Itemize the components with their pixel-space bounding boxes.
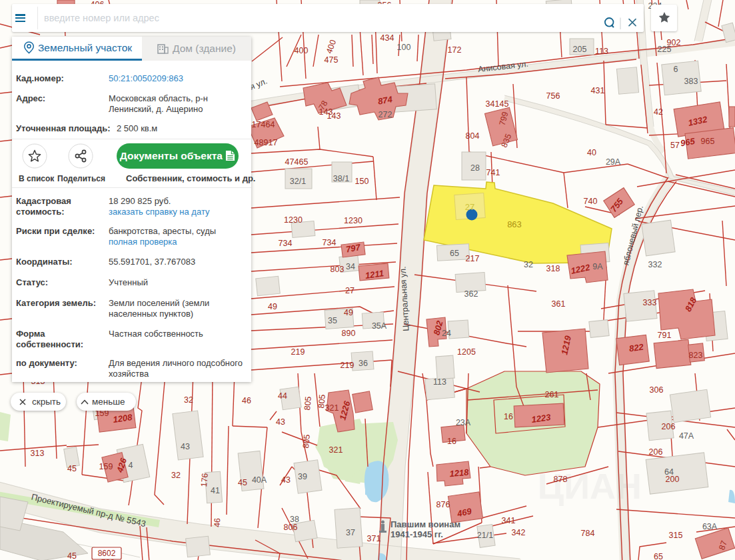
svg-text:225: 225 <box>658 45 672 54</box>
svg-text:321: 321 <box>329 445 343 455</box>
svg-text:100: 100 <box>397 43 411 52</box>
svg-text:46: 46 <box>242 396 251 405</box>
svg-text:27: 27 <box>465 202 474 212</box>
svg-text:371: 371 <box>367 534 381 543</box>
svg-text:803: 803 <box>331 265 345 274</box>
svg-text:206: 206 <box>662 422 676 431</box>
svg-text:217: 217 <box>466 254 480 263</box>
svg-text:16: 16 <box>447 437 456 446</box>
svg-text:47A: 47A <box>679 431 694 441</box>
svg-text:24: 24 <box>442 329 451 338</box>
svg-text:431: 431 <box>591 86 605 95</box>
svg-text:40: 40 <box>587 148 596 157</box>
svg-text:272: 272 <box>378 110 392 119</box>
svg-text:823: 823 <box>689 351 703 360</box>
svg-text:176: 176 <box>199 473 210 487</box>
svg-text:206: 206 <box>649 447 663 457</box>
svg-text:805: 805 <box>317 394 327 409</box>
svg-text:383: 383 <box>684 77 698 86</box>
svg-text:434: 434 <box>380 33 394 43</box>
svg-text:23A: 23A <box>456 418 471 427</box>
svg-text:321: 321 <box>325 403 339 413</box>
svg-text:313: 313 <box>31 449 45 458</box>
svg-text:36: 36 <box>359 359 368 368</box>
svg-text:46: 46 <box>213 518 222 527</box>
svg-text:876: 876 <box>436 500 450 509</box>
svg-text:1230: 1230 <box>284 215 303 225</box>
svg-text:150: 150 <box>355 177 369 186</box>
svg-text:41: 41 <box>211 486 220 495</box>
svg-text:805: 805 <box>301 434 312 449</box>
svg-text:27: 27 <box>345 286 355 295</box>
svg-text:318: 318 <box>546 264 560 273</box>
svg-text:822: 822 <box>628 341 644 353</box>
svg-text:332: 332 <box>648 260 662 269</box>
svg-text:219: 219 <box>291 347 305 357</box>
svg-text:341: 341 <box>502 516 516 525</box>
svg-text:ЦИАН: ЦИАН <box>538 466 642 506</box>
svg-text:38/1: 38/1 <box>333 174 349 183</box>
svg-text:Павшим воинам: Павшим воинам <box>390 519 460 529</box>
svg-text:21/1: 21/1 <box>477 531 493 540</box>
svg-text:362: 362 <box>464 289 478 299</box>
svg-text:740: 740 <box>584 197 598 206</box>
svg-text:9A: 9A <box>592 262 603 271</box>
svg-text:16: 16 <box>504 412 513 421</box>
svg-text:315: 315 <box>669 531 683 540</box>
svg-text:890: 890 <box>342 329 356 338</box>
svg-text:475: 475 <box>325 55 339 65</box>
svg-text:35: 35 <box>328 316 337 325</box>
svg-text:48917: 48917 <box>255 138 278 147</box>
svg-text:1205: 1205 <box>457 347 476 357</box>
svg-text:791: 791 <box>658 331 672 340</box>
svg-text:45: 45 <box>238 478 247 487</box>
svg-text:113: 113 <box>433 377 446 387</box>
svg-text:32: 32 <box>171 471 181 480</box>
svg-text:734: 734 <box>323 238 337 247</box>
svg-text:219: 219 <box>341 361 355 370</box>
svg-text:44: 44 <box>278 391 287 401</box>
svg-text:29A: 29A <box>606 157 621 167</box>
svg-text:34145: 34145 <box>486 99 509 109</box>
svg-text:49: 49 <box>344 308 353 317</box>
svg-text:741: 741 <box>486 168 500 177</box>
svg-text:28: 28 <box>470 163 480 173</box>
svg-text:306: 306 <box>650 385 664 395</box>
svg-text:63A: 63A <box>702 522 718 531</box>
svg-text:333: 333 <box>643 298 657 307</box>
svg-text:64: 64 <box>664 467 674 477</box>
svg-text:734: 734 <box>279 239 293 248</box>
svg-text:38: 38 <box>290 515 299 524</box>
svg-text:205: 205 <box>573 45 587 54</box>
svg-text:172: 172 <box>448 45 462 55</box>
svg-text:113: 113 <box>595 47 608 56</box>
svg-text:65: 65 <box>450 249 459 258</box>
svg-text:806: 806 <box>284 523 298 532</box>
svg-text:32/1: 32/1 <box>290 177 306 186</box>
svg-text:49: 49 <box>268 302 277 311</box>
svg-text:143: 143 <box>327 111 341 121</box>
svg-text:4: 4 <box>129 461 133 470</box>
svg-text:361: 361 <box>552 299 566 309</box>
svg-text:34: 34 <box>346 262 355 271</box>
svg-text:65: 65 <box>654 552 663 560</box>
svg-text:6: 6 <box>674 65 678 74</box>
svg-text:43: 43 <box>281 475 291 485</box>
svg-text:57: 57 <box>670 141 680 150</box>
svg-text:39: 39 <box>298 472 307 481</box>
svg-text:37: 37 <box>346 528 355 537</box>
svg-text:805: 805 <box>303 396 313 411</box>
svg-text:35A: 35A <box>372 321 387 331</box>
svg-text:863: 863 <box>507 219 522 229</box>
svg-text:42: 42 <box>654 107 663 117</box>
svg-text:47465: 47465 <box>285 157 309 167</box>
svg-text:1230: 1230 <box>344 216 363 225</box>
svg-text:400: 400 <box>295 46 309 55</box>
svg-text:43: 43 <box>181 442 190 451</box>
svg-text:1218: 1218 <box>449 467 470 479</box>
svg-text:8602: 8602 <box>98 549 116 558</box>
svg-text:45: 45 <box>67 464 77 473</box>
svg-text:965: 965 <box>701 137 715 146</box>
svg-text:342: 342 <box>512 528 526 537</box>
svg-text:784: 784 <box>581 529 595 538</box>
